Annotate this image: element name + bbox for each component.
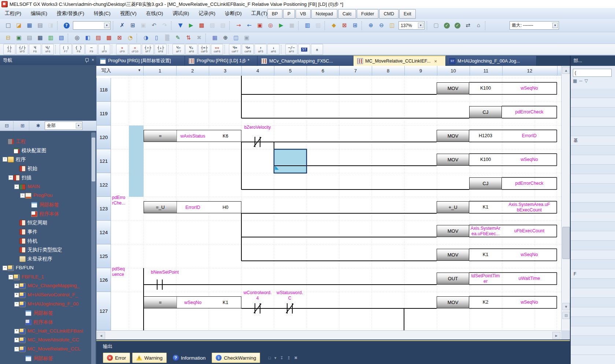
chevron-down-icon[interactable]: ▼: [104, 23, 110, 28]
element-row[interactable]: [571, 203, 615, 212]
compare-operand-1[interactable]: wAxisStatus: [177, 130, 209, 142]
ladder-tool-aF7[interactable]: Ч↑aF7: [173, 44, 185, 55]
check-1-icon[interactable]: ✓: [442, 20, 452, 30]
element-row[interactable]: 基: [571, 136, 615, 146]
tree-sort-icon[interactable]: ⊟: [2, 121, 12, 131]
quick-button-exit[interactable]: Exit: [399, 9, 416, 19]
tab-0[interactable]: ProgPou [PRG] [局部标签设置]: [96, 56, 185, 66]
row-number-120[interactable]: 120: [96, 125, 111, 149]
instruction-box-OUT[interactable]: OUT: [437, 273, 469, 285]
compare-operand-1[interactable]: wSeqNo: [177, 297, 209, 308]
io-monitor-icon[interactable]: ▩: [197, 20, 207, 30]
element-row[interactable]: [571, 222, 615, 231]
quick-button-notepad[interactable]: Notepad: [311, 9, 337, 19]
menu-item-6[interactable]: 调试(B): [168, 8, 194, 19]
output-tool-2[interactable]: ↧: [280, 356, 284, 360]
tree-item-待机[interactable]: 待机: [0, 236, 90, 245]
menu-item-0[interactable]: 工程(P): [0, 8, 26, 19]
edit-mode-icon[interactable]: ✎: [173, 33, 183, 43]
operand-value[interactable]: wSeqNo: [502, 300, 557, 305]
convert-icon[interactable]: ⊠: [340, 20, 349, 30]
operand-value[interactable]: pdErrorCheck: [502, 109, 557, 115]
tree-expander-icon[interactable]: +: [14, 284, 19, 288]
element-row[interactable]: [571, 108, 615, 117]
operand-value[interactable]: K100: [469, 86, 502, 91]
element-row[interactable]: [571, 298, 615, 307]
zoom-out-icon[interactable]: ⊖: [377, 20, 386, 30]
tree-expander-icon[interactable]: +: [14, 338, 19, 342]
device-list-icon[interactable]: ⊠: [115, 33, 125, 43]
tree-item-MAIN[interactable]: −MAIN: [0, 182, 90, 191]
tree-item-MC_MoveAbsolute_CC[interactable]: +MC_MoveAbsolute_CC: [0, 335, 90, 344]
element-row[interactable]: [571, 212, 615, 222]
compare-operand-2[interactable]: K6: [209, 130, 242, 142]
watch-window-icon[interactable]: ◔: [125, 33, 135, 43]
ladder-tool-aF5[interactable]: ↑aF5: [255, 44, 267, 55]
simulation-icon[interactable]: ▥: [303, 20, 312, 30]
tree-item-无执行类型指定[interactable]: 无执行类型指定: [0, 245, 90, 254]
redo-icon[interactable]: ↷: [160, 20, 170, 30]
watch-icon[interactable]: ◎: [266, 20, 275, 30]
element-row[interactable]: [571, 260, 615, 269]
tree-expander-icon[interactable]: −: [14, 347, 19, 352]
chevron-down-icon[interactable]: ▼: [418, 23, 423, 28]
element-tool-0[interactable]: ▦: [573, 78, 577, 83]
ladder-tool-F8[interactable]: { }F8: [73, 44, 85, 55]
output-filter-checkwarning[interactable]: iCheckWarning: [212, 353, 260, 363]
read-plc-icon[interactable]: ←: [244, 20, 254, 30]
ladder-tool-F9[interactable]: ─F9: [85, 44, 97, 55]
operand-value[interactable]: K100: [469, 157, 502, 162]
open-icon[interactable]: ◪: [14, 20, 24, 30]
io-transfer-icon[interactable]: ⇅: [184, 33, 193, 43]
device-display-icon[interactable]: ▼: [175, 20, 185, 30]
device-combo[interactable]: ▼: [73, 21, 111, 30]
help-icon[interactable]: ?: [62, 20, 71, 30]
new-file-icon[interactable]: □: [3, 20, 13, 30]
element-row[interactable]: [571, 184, 615, 193]
element-row[interactable]: [571, 288, 615, 298]
element-row[interactable]: [571, 155, 615, 165]
pointer-label[interactable]: pdSequence: [112, 266, 131, 277]
element-row[interactable]: [571, 174, 615, 184]
quick-button-bp[interactable]: BP: [267, 9, 282, 19]
element-row[interactable]: [571, 250, 615, 260]
cancel-icon[interactable]: ✖: [194, 33, 204, 43]
element-list[interactable]: 基F: [571, 89, 615, 364]
instruction-box-CJ[interactable]: CJ: [469, 177, 502, 189]
element-row[interactable]: [571, 193, 615, 203]
tree-expander-icon[interactable]: +: [14, 329, 19, 334]
operand-value[interactable]: Axis.SystemArea.uFbExec...: [469, 226, 502, 237]
element-row[interactable]: [571, 326, 615, 336]
tree-item-初始[interactable]: 初始: [0, 164, 90, 173]
snapshot-icon[interactable]: ▢: [431, 20, 441, 30]
verify-plc-icon[interactable]: ▣: [255, 20, 265, 30]
element-row[interactable]: [571, 336, 615, 345]
output-tool-3[interactable]: ↥: [287, 356, 290, 360]
copy-icon[interactable]: ⊞: [128, 20, 138, 30]
menu-item-2[interactable]: 搜索/替换(F): [52, 8, 89, 19]
element-row[interactable]: [571, 317, 615, 326]
quick-button-p[interactable]: P: [283, 9, 295, 19]
operand-value[interactable]: K2: [469, 300, 502, 305]
tree-item-FB/FUN[interactable]: −FB/FUN: [0, 263, 90, 272]
intelligent-monitor-icon[interactable]: ▯: [152, 33, 162, 43]
compare-block-=_U[interactable]: =_UErrorIDH0: [144, 201, 241, 213]
split-view-icon[interactable]: ⊟: [562, 312, 570, 319]
ladder-tool-sF6[interactable]: Ч/sF6: [42, 44, 54, 55]
ladder-tool-aF8[interactable]: Ч↓aF8: [185, 44, 197, 55]
statement-icon[interactable]: ▧: [218, 20, 228, 30]
lock-icon[interactable]: ▣: [242, 33, 252, 43]
tree-expander-icon[interactable]: −: [3, 266, 7, 270]
scroll-left-icon[interactable]: ◄: [97, 332, 105, 339]
paste-icon[interactable]: ▣: [138, 20, 148, 30]
row-number-123[interactable]: 123: [96, 197, 111, 221]
vertical-scrollbar[interactable]: ▲ ▼ ⊟: [561, 66, 570, 330]
instruction-box-CJ[interactable]: CJ: [469, 106, 502, 118]
sampling-trace-icon[interactable]: ◑: [141, 33, 151, 43]
row-number-127[interactable]: 127: [96, 292, 111, 330]
undo-icon[interactable]: ↶: [149, 20, 159, 30]
ladder-tool-sF7[interactable]: ┤↑├sF7: [142, 44, 154, 55]
operand-value[interactable]: ErrorID: [502, 133, 557, 139]
element-row[interactable]: F: [571, 269, 615, 279]
compare-block-=[interactable]: =wAxisStatusK6: [144, 130, 241, 142]
